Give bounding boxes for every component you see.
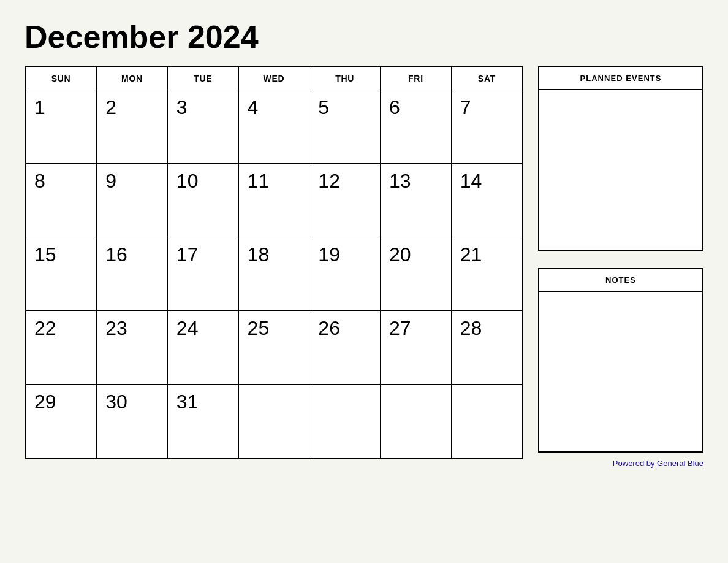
day-8: 8 [25,164,97,237]
day-11: 11 [238,164,309,237]
sidebar-gap [538,251,703,268]
day-17: 17 [167,237,238,311]
day-22: 22 [25,311,97,385]
day-12: 12 [309,164,381,237]
header-sun: SUN [25,67,97,90]
day-9: 9 [97,164,168,237]
day-empty-1 [238,385,309,458]
notes-header: NOTES [539,269,702,292]
day-20: 20 [381,237,452,311]
day-21: 21 [451,237,523,311]
day-29: 29 [25,385,97,458]
day-6: 6 [381,90,452,164]
powered-by-link[interactable]: Powered by General Blue [613,459,703,468]
calendar-week-1: 1 2 3 4 5 6 7 [25,90,523,164]
header-thu: THU [309,67,381,90]
header-tue: TUE [167,67,238,90]
day-2: 2 [97,90,168,164]
header-sat: SAT [451,67,523,90]
day-25: 25 [238,311,309,385]
day-18: 18 [238,237,309,311]
day-empty-3 [381,385,452,458]
day-30: 30 [97,385,168,458]
notes-body [539,292,702,451]
day-13: 13 [381,164,452,237]
day-14: 14 [451,164,523,237]
day-15: 15 [25,237,97,311]
calendar-week-3: 15 16 17 18 19 20 21 [25,237,523,311]
header-mon: MON [97,67,168,90]
day-4: 4 [238,90,309,164]
day-16: 16 [97,237,168,311]
calendar-table: SUN MON TUE WED THU FRI SAT 1 2 3 4 5 6 [25,66,523,459]
day-3: 3 [167,90,238,164]
main-layout: SUN MON TUE WED THU FRI SAT 1 2 3 4 5 6 [25,66,703,468]
calendar-header-row: SUN MON TUE WED THU FRI SAT [25,67,523,90]
planned-events-box: PLANNED EVENTS [538,66,703,251]
day-28: 28 [451,311,523,385]
day-10: 10 [167,164,238,237]
day-19: 19 [309,237,381,311]
day-23: 23 [97,311,168,385]
day-7: 7 [451,90,523,164]
day-5: 5 [309,90,381,164]
notes-box: NOTES [538,268,703,453]
planned-events-header: PLANNED EVENTS [539,67,702,90]
day-1: 1 [25,90,97,164]
day-24: 24 [167,311,238,385]
powered-by: Powered by General Blue [538,459,703,468]
calendar-week-2: 8 9 10 11 12 13 14 [25,164,523,237]
day-empty-4 [451,385,523,458]
calendar-week-5: 29 30 31 [25,385,523,458]
day-empty-2 [309,385,381,458]
sidebar: PLANNED EVENTS NOTES Powered by General … [538,66,703,468]
header-fri: FRI [381,67,452,90]
day-27: 27 [381,311,452,385]
page-title: December 2024 [25,18,703,55]
calendar-section: SUN MON TUE WED THU FRI SAT 1 2 3 4 5 6 [25,66,523,459]
day-31: 31 [167,385,238,458]
planned-events-body [539,90,702,250]
header-wed: WED [238,67,309,90]
day-26: 26 [309,311,381,385]
calendar-week-4: 22 23 24 25 26 27 28 [25,311,523,385]
